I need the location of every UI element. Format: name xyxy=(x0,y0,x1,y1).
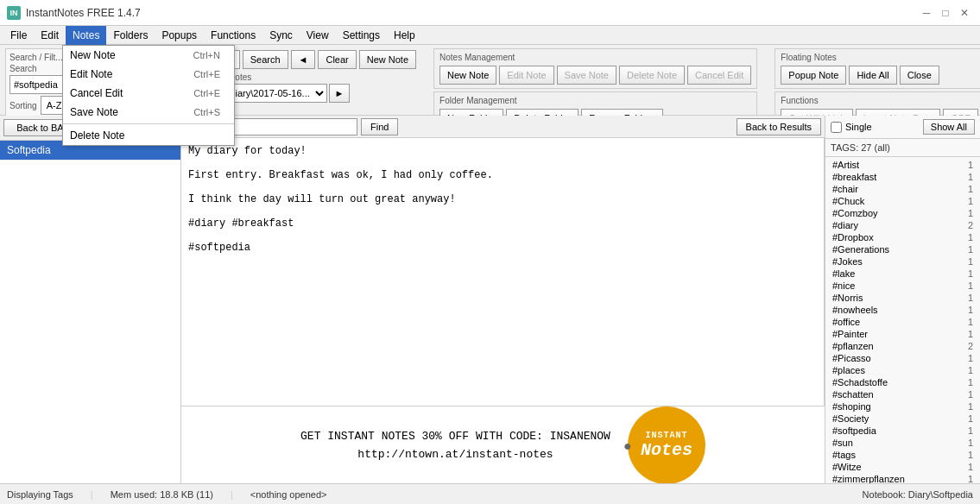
recent-next-button[interactable]: ► xyxy=(329,84,351,103)
dropdown-separator xyxy=(63,123,234,124)
menu-view[interactable]: View xyxy=(300,26,336,45)
dropdown-new-note[interactable]: New Note Ctrl+N xyxy=(63,46,234,65)
left-panel: Back to BASE Parent Softpedia xyxy=(0,116,181,483)
back-results-button[interactable]: Back to Results xyxy=(737,118,821,135)
tags-header-label: TAGS: 27 (all) xyxy=(825,139,980,157)
tags-list: #Artist1#breakfast1#chair1#Chuck1#Comzbo… xyxy=(825,157,980,483)
tag-item[interactable]: #office1 xyxy=(825,316,980,328)
dropdown-save-note[interactable]: Save Note Ctrl+S xyxy=(63,103,234,122)
new-note-toolbar-button[interactable]: New Note xyxy=(359,50,416,69)
arrow-button[interactable]: ◄ xyxy=(291,50,316,69)
promo-line1: GET INSTANT NOTES 30% OFF WITH CODE: INS… xyxy=(300,430,610,443)
tag-item[interactable]: #breakfast1 xyxy=(825,171,980,183)
tag-item[interactable]: #schatten1 xyxy=(825,388,980,400)
tag-item[interactable]: #Chuck1 xyxy=(825,195,980,207)
show-all-button[interactable]: Show All xyxy=(923,119,975,135)
tag-item[interactable]: #Artist1 xyxy=(825,159,980,171)
fl-close-button[interactable]: Close xyxy=(900,66,939,85)
main-content: Back to BASE Parent Softpedia Find Back … xyxy=(0,116,980,483)
editor-area: My diary for today! First entry. Breakfa… xyxy=(181,138,825,483)
tag-item[interactable]: #tags1 xyxy=(825,449,980,461)
tag-item[interactable]: #diary2 xyxy=(825,219,980,231)
folder-mgmt-label: Folder Management xyxy=(439,96,751,105)
note-editor[interactable]: My diary for today! First entry. Breakfa… xyxy=(181,138,825,406)
window-controls: ─ □ ✕ xyxy=(918,4,973,22)
notes-mgmt-buttons: New Note Edit Note Save Note Delete Note… xyxy=(439,66,751,85)
center-panel: Find Back to Results My diary for today!… xyxy=(181,116,825,483)
search-button[interactable]: Search xyxy=(243,50,288,69)
status-notebook: Notebook: Diary\Softpedia xyxy=(863,489,973,500)
single-check[interactable] xyxy=(831,122,842,133)
tag-item[interactable]: #lake1 xyxy=(825,268,980,280)
tag-item[interactable]: #places1 xyxy=(825,364,980,376)
single-checkbox: Single xyxy=(831,122,872,133)
tag-item[interactable]: #sun1 xyxy=(825,437,980,449)
tag-item[interactable]: #Witze1 xyxy=(825,461,980,473)
status-displaying-tags: Displaying Tags xyxy=(7,489,73,500)
dropdown-edit-note[interactable]: Edit Note Ctrl+E xyxy=(63,65,234,84)
menu-notes[interactable]: Notes xyxy=(66,26,106,45)
right-header: Single Show All xyxy=(825,116,980,139)
menu-help[interactable]: Help xyxy=(387,26,422,45)
window-title: InstantNotes FREE 1.4.7 xyxy=(26,7,141,19)
tag-item[interactable]: #Picasso1 xyxy=(825,352,980,364)
status-mem: Mem used: 18.8 KB (11) xyxy=(111,489,213,500)
tag-item[interactable]: #Generations1 xyxy=(825,243,980,255)
tag-item[interactable]: #zimmerpflanzen1 xyxy=(825,473,980,483)
promo-text: GET INSTANT NOTES 30% OFF WITH CODE: INS… xyxy=(300,430,610,461)
menu-functions[interactable]: Functions xyxy=(204,26,262,45)
minimize-button[interactable]: ─ xyxy=(918,4,935,22)
close-button[interactable]: ✕ xyxy=(956,4,973,22)
nm-delete-note-button[interactable]: Delete Note xyxy=(619,66,685,85)
titlebar: IN InstantNotes FREE 1.4.7 ─ □ ✕ xyxy=(0,0,980,26)
nm-new-note-button[interactable]: New Note xyxy=(439,66,496,85)
tag-item[interactable]: #shoping1 xyxy=(825,400,980,413)
tag-item[interactable]: #Society1 xyxy=(825,413,980,425)
promo-banner: GET INSTANT NOTES 30% OFF WITH CODE: INS… xyxy=(181,406,825,483)
statusbar: Displaying Tags | Mem used: 18.8 KB (11)… xyxy=(0,483,980,504)
menu-edit[interactable]: Edit xyxy=(34,26,66,45)
badge-large-text: Notes xyxy=(641,440,692,460)
tag-item[interactable]: #Comzboy1 xyxy=(825,207,980,219)
tag-item[interactable]: #nice1 xyxy=(825,280,980,292)
instant-notes-badge: INSTANT Notes xyxy=(628,406,705,484)
tag-item[interactable]: #Jokes1 xyxy=(825,255,980,268)
menu-popups[interactable]: Popups xyxy=(155,26,204,45)
right-panel: Single Show All TAGS: 27 (all) #Artist1#… xyxy=(825,116,980,483)
fl-popup-button[interactable]: Popup Note xyxy=(781,66,846,85)
app-icon: IN xyxy=(7,6,21,20)
find-button[interactable]: Find xyxy=(361,118,398,135)
notes-dropdown: New Note Ctrl+N Edit Note Ctrl+E Cancel … xyxy=(62,45,235,146)
menubar: File Edit Notes Folders Popups Functions… xyxy=(0,26,980,45)
tag-item[interactable]: #Painter1 xyxy=(825,328,980,340)
tag-item[interactable]: #Norris1 xyxy=(825,292,980,304)
tag-item[interactable]: #Dropbox1 xyxy=(825,231,980,243)
promo-line2: http://ntown.at/instant-notes xyxy=(300,448,610,461)
dropdown-cancel-edit[interactable]: Cancel Edit Ctrl+E xyxy=(63,84,234,103)
nm-cancel-edit-button[interactable]: Cancel Edit xyxy=(687,66,751,85)
recent-select[interactable]: Diary\2017-05-16... xyxy=(223,84,327,103)
tag-item[interactable]: #chair1 xyxy=(825,183,980,195)
floating-label: Floating Notes xyxy=(781,53,978,62)
floating-notes-box: Floating Notes Popup Note Hide All Close xyxy=(775,48,980,89)
maximize-button[interactable]: □ xyxy=(937,4,954,22)
tag-item[interactable]: #pflanzen2 xyxy=(825,340,980,352)
tag-item[interactable]: #Schadstoffe1 xyxy=(825,376,980,388)
nm-edit-note-button[interactable]: Edit Note xyxy=(499,66,553,85)
titlebar-left: IN InstantNotes FREE 1.4.7 xyxy=(7,6,141,20)
notes-mgmt-box: Notes Management New Note Edit Note Save… xyxy=(433,48,757,89)
functions-label: Functions xyxy=(781,96,978,105)
menu-settings[interactable]: Settings xyxy=(336,26,387,45)
nm-save-note-button[interactable]: Save Note xyxy=(557,66,616,85)
clear-button[interactable]: Clear xyxy=(318,50,356,69)
sorting-label: Sorting xyxy=(9,101,37,110)
dropdown-delete-note[interactable]: Delete Note xyxy=(63,126,234,145)
menu-sync[interactable]: Sync xyxy=(262,26,300,45)
tag-item[interactable]: #softpedia1 xyxy=(825,425,980,437)
tag-item[interactable]: #nowheels1 xyxy=(825,304,980,316)
notes-mgmt-label: Notes Management xyxy=(439,53,751,62)
single-label: Single xyxy=(845,122,872,132)
menu-file[interactable]: File xyxy=(3,26,34,45)
menu-folders[interactable]: Folders xyxy=(106,26,155,45)
fl-hide-all-button[interactable]: Hide All xyxy=(849,66,896,85)
